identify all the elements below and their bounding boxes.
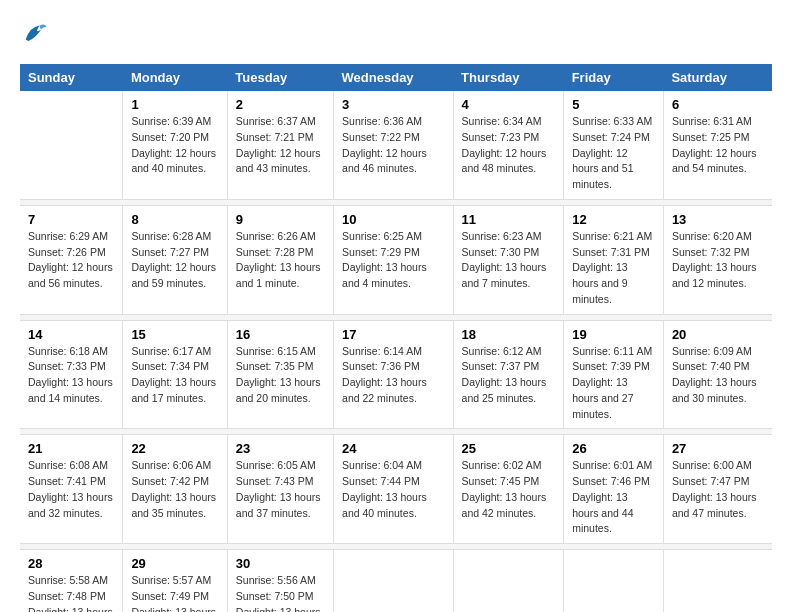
day-cell: 14Sunrise: 6:18 AMSunset: 7:33 PMDayligh… — [20, 320, 123, 429]
day-cell: 15Sunrise: 6:17 AMSunset: 7:34 PMDayligh… — [123, 320, 227, 429]
day-info: Sunrise: 6:17 AMSunset: 7:34 PMDaylight:… — [131, 344, 218, 407]
day-cell — [663, 550, 772, 613]
day-number: 3 — [342, 97, 444, 112]
col-header-tuesday: Tuesday — [227, 64, 333, 91]
day-number: 29 — [131, 556, 218, 571]
day-cell: 12Sunrise: 6:21 AMSunset: 7:31 PMDayligh… — [564, 205, 664, 314]
day-info: Sunrise: 6:23 AMSunset: 7:30 PMDaylight:… — [462, 229, 556, 292]
day-info: Sunrise: 6:21 AMSunset: 7:31 PMDaylight:… — [572, 229, 655, 308]
day-cell: 25Sunrise: 6:02 AMSunset: 7:45 PMDayligh… — [453, 435, 564, 544]
day-info: Sunrise: 6:28 AMSunset: 7:27 PMDaylight:… — [131, 229, 218, 292]
day-info: Sunrise: 6:01 AMSunset: 7:46 PMDaylight:… — [572, 458, 655, 537]
day-cell: 22Sunrise: 6:06 AMSunset: 7:42 PMDayligh… — [123, 435, 227, 544]
week-row-5: 28Sunrise: 5:58 AMSunset: 7:48 PMDayligh… — [20, 550, 772, 613]
day-cell — [334, 550, 453, 613]
day-number: 21 — [28, 441, 114, 456]
logo-icon — [20, 20, 48, 48]
day-cell: 27Sunrise: 6:00 AMSunset: 7:47 PMDayligh… — [663, 435, 772, 544]
day-info: Sunrise: 6:00 AMSunset: 7:47 PMDaylight:… — [672, 458, 764, 521]
day-number: 2 — [236, 97, 325, 112]
day-cell: 28Sunrise: 5:58 AMSunset: 7:48 PMDayligh… — [20, 550, 123, 613]
day-number: 10 — [342, 212, 444, 227]
day-number: 20 — [672, 327, 764, 342]
day-cell: 21Sunrise: 6:08 AMSunset: 7:41 PMDayligh… — [20, 435, 123, 544]
day-info: Sunrise: 5:56 AMSunset: 7:50 PMDaylight:… — [236, 573, 325, 612]
day-cell — [20, 91, 123, 199]
day-cell: 11Sunrise: 6:23 AMSunset: 7:30 PMDayligh… — [453, 205, 564, 314]
day-number: 19 — [572, 327, 655, 342]
day-number: 12 — [572, 212, 655, 227]
day-cell: 10Sunrise: 6:25 AMSunset: 7:29 PMDayligh… — [334, 205, 453, 314]
day-cell: 16Sunrise: 6:15 AMSunset: 7:35 PMDayligh… — [227, 320, 333, 429]
day-number: 27 — [672, 441, 764, 456]
day-number: 15 — [131, 327, 218, 342]
day-number: 17 — [342, 327, 444, 342]
day-number: 11 — [462, 212, 556, 227]
day-cell — [453, 550, 564, 613]
day-cell: 6Sunrise: 6:31 AMSunset: 7:25 PMDaylight… — [663, 91, 772, 199]
day-info: Sunrise: 6:12 AMSunset: 7:37 PMDaylight:… — [462, 344, 556, 407]
day-info: Sunrise: 5:58 AMSunset: 7:48 PMDaylight:… — [28, 573, 114, 612]
day-info: Sunrise: 6:26 AMSunset: 7:28 PMDaylight:… — [236, 229, 325, 292]
week-row-4: 21Sunrise: 6:08 AMSunset: 7:41 PMDayligh… — [20, 435, 772, 544]
day-cell: 24Sunrise: 6:04 AMSunset: 7:44 PMDayligh… — [334, 435, 453, 544]
day-info: Sunrise: 6:37 AMSunset: 7:21 PMDaylight:… — [236, 114, 325, 177]
day-cell: 3Sunrise: 6:36 AMSunset: 7:22 PMDaylight… — [334, 91, 453, 199]
day-number: 13 — [672, 212, 764, 227]
day-number: 22 — [131, 441, 218, 456]
day-number: 23 — [236, 441, 325, 456]
day-number: 8 — [131, 212, 218, 227]
day-info: Sunrise: 6:14 AMSunset: 7:36 PMDaylight:… — [342, 344, 444, 407]
day-number: 9 — [236, 212, 325, 227]
day-cell — [564, 550, 664, 613]
week-row-1: 1Sunrise: 6:39 AMSunset: 7:20 PMDaylight… — [20, 91, 772, 199]
col-header-saturday: Saturday — [663, 64, 772, 91]
col-header-friday: Friday — [564, 64, 664, 91]
day-info: Sunrise: 6:20 AMSunset: 7:32 PMDaylight:… — [672, 229, 764, 292]
day-number: 14 — [28, 327, 114, 342]
week-row-2: 7Sunrise: 6:29 AMSunset: 7:26 PMDaylight… — [20, 205, 772, 314]
day-number: 6 — [672, 97, 764, 112]
day-cell: 29Sunrise: 5:57 AMSunset: 7:49 PMDayligh… — [123, 550, 227, 613]
day-cell: 7Sunrise: 6:29 AMSunset: 7:26 PMDaylight… — [20, 205, 123, 314]
day-info: Sunrise: 5:57 AMSunset: 7:49 PMDaylight:… — [131, 573, 218, 612]
day-info: Sunrise: 6:33 AMSunset: 7:24 PMDaylight:… — [572, 114, 655, 193]
day-number: 26 — [572, 441, 655, 456]
day-cell: 5Sunrise: 6:33 AMSunset: 7:24 PMDaylight… — [564, 91, 664, 199]
day-number: 7 — [28, 212, 114, 227]
day-cell: 18Sunrise: 6:12 AMSunset: 7:37 PMDayligh… — [453, 320, 564, 429]
day-number: 25 — [462, 441, 556, 456]
logo — [20, 20, 52, 48]
day-number: 28 — [28, 556, 114, 571]
day-number: 18 — [462, 327, 556, 342]
col-header-thursday: Thursday — [453, 64, 564, 91]
day-info: Sunrise: 6:36 AMSunset: 7:22 PMDaylight:… — [342, 114, 444, 177]
day-number: 24 — [342, 441, 444, 456]
day-number: 5 — [572, 97, 655, 112]
day-cell: 17Sunrise: 6:14 AMSunset: 7:36 PMDayligh… — [334, 320, 453, 429]
day-number: 30 — [236, 556, 325, 571]
day-info: Sunrise: 6:18 AMSunset: 7:33 PMDaylight:… — [28, 344, 114, 407]
day-cell: 26Sunrise: 6:01 AMSunset: 7:46 PMDayligh… — [564, 435, 664, 544]
day-cell: 20Sunrise: 6:09 AMSunset: 7:40 PMDayligh… — [663, 320, 772, 429]
day-number: 4 — [462, 97, 556, 112]
day-info: Sunrise: 6:08 AMSunset: 7:41 PMDaylight:… — [28, 458, 114, 521]
day-info: Sunrise: 6:09 AMSunset: 7:40 PMDaylight:… — [672, 344, 764, 407]
day-cell: 13Sunrise: 6:20 AMSunset: 7:32 PMDayligh… — [663, 205, 772, 314]
col-header-sunday: Sunday — [20, 64, 123, 91]
calendar-table: SundayMondayTuesdayWednesdayThursdayFrid… — [20, 64, 772, 612]
day-cell: 19Sunrise: 6:11 AMSunset: 7:39 PMDayligh… — [564, 320, 664, 429]
day-info: Sunrise: 6:04 AMSunset: 7:44 PMDaylight:… — [342, 458, 444, 521]
day-info: Sunrise: 6:31 AMSunset: 7:25 PMDaylight:… — [672, 114, 764, 177]
day-info: Sunrise: 6:34 AMSunset: 7:23 PMDaylight:… — [462, 114, 556, 177]
day-cell: 9Sunrise: 6:26 AMSunset: 7:28 PMDaylight… — [227, 205, 333, 314]
day-cell: 2Sunrise: 6:37 AMSunset: 7:21 PMDaylight… — [227, 91, 333, 199]
week-row-3: 14Sunrise: 6:18 AMSunset: 7:33 PMDayligh… — [20, 320, 772, 429]
header — [20, 20, 772, 48]
day-number: 1 — [131, 97, 218, 112]
col-header-wednesday: Wednesday — [334, 64, 453, 91]
day-info: Sunrise: 6:39 AMSunset: 7:20 PMDaylight:… — [131, 114, 218, 177]
day-info: Sunrise: 6:11 AMSunset: 7:39 PMDaylight:… — [572, 344, 655, 423]
day-info: Sunrise: 6:15 AMSunset: 7:35 PMDaylight:… — [236, 344, 325, 407]
day-info: Sunrise: 6:29 AMSunset: 7:26 PMDaylight:… — [28, 229, 114, 292]
